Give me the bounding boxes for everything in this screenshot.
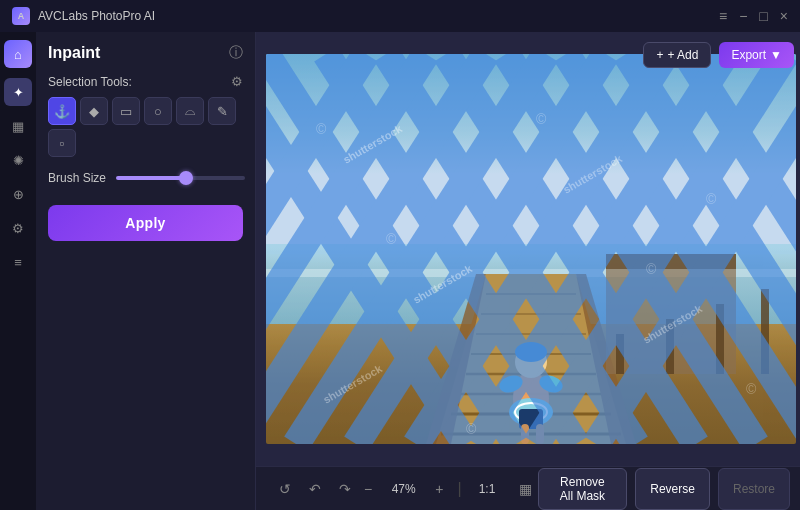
brush-size-row: Brush Size — [48, 171, 243, 185]
brush-size-slider[interactable] — [116, 176, 245, 180]
sidebar-item-crop[interactable]: ⊕ — [4, 180, 32, 208]
svg-text:©: © — [646, 261, 657, 277]
tool-panel: Inpaint ⓘ Selection Tools: ⚙ ⚓ ◆ ▭ ○ ⌓ ✎… — [36, 32, 256, 510]
canvas-topbar: + + Add Export ▼ — [643, 42, 794, 68]
scene-svg: shutterstock shutterstock shutterstock s… — [266, 54, 796, 444]
sidebar-item-tools[interactable]: ✦ — [4, 78, 32, 106]
zoom-separator: | — [457, 480, 461, 498]
app-title: AVCLabs PhotoPro AI — [38, 9, 155, 23]
tool-eraser[interactable]: ▫ — [48, 129, 76, 157]
bottom-toolbar: ↺ ↶ ↷ − 47% + | 1:1 ▦ Remove All Mask Re… — [256, 466, 800, 510]
image-container: shutterstock shutterstock shutterstock s… — [256, 32, 800, 466]
zoom-in-button[interactable]: + — [429, 478, 449, 500]
action-buttons: Remove All Mask Reverse Restore — [538, 468, 790, 510]
zoom-out-button[interactable]: − — [358, 478, 378, 500]
redo-button[interactable]: ↷ — [332, 477, 358, 501]
maximize-icon[interactable]: □ — [759, 9, 767, 23]
brush-size-label: Brush Size — [48, 171, 106, 185]
canvas-area: + + Add Export ▼ — [256, 32, 800, 510]
export-button[interactable]: Export ▼ — [719, 42, 794, 68]
svg-text:©: © — [536, 111, 547, 127]
beach-scene[interactable]: shutterstock shutterstock shutterstock s… — [266, 54, 796, 444]
fit-screen-button[interactable]: ▦ — [513, 478, 538, 500]
titlebar: A AVCLabs PhotoPro AI ≡ − □ × — [0, 0, 800, 32]
remove-all-mask-button[interactable]: Remove All Mask — [538, 468, 628, 510]
tool-magic-wand[interactable]: ⌓ — [176, 97, 204, 125]
image-wrapper: shutterstock shutterstock shutterstock s… — [266, 54, 796, 444]
plus-icon: + — [656, 48, 663, 62]
titlebar-controls[interactable]: ≡ − □ × — [719, 9, 788, 23]
apply-button[interactable]: Apply — [48, 205, 243, 241]
svg-text:©: © — [706, 191, 717, 207]
panel-header: Inpaint ⓘ — [48, 44, 243, 62]
icon-sidebar: ⌂ ✦ ▦ ✺ ⊕ ⚙ ≡ — [0, 32, 36, 510]
menu-icon[interactable]: ≡ — [719, 9, 727, 23]
sidebar-item-layers[interactable]: ▦ — [4, 112, 32, 140]
svg-text:©: © — [386, 231, 397, 247]
app-icon: A — [12, 7, 30, 25]
reverse-button[interactable]: Reverse — [635, 468, 710, 510]
gear-icon[interactable]: ⚙ — [231, 74, 243, 89]
restore-button[interactable]: Restore — [718, 468, 790, 510]
svg-text:©: © — [316, 121, 327, 137]
sidebar-item-effects[interactable]: ✺ — [4, 146, 32, 174]
panel-title: Inpaint — [48, 44, 100, 62]
sidebar-logo[interactable]: ⌂ — [4, 40, 32, 68]
titlebar-left: A AVCLabs PhotoPro AI — [12, 7, 155, 25]
minimize-icon[interactable]: − — [739, 9, 747, 23]
main-layout: ⌂ ✦ ▦ ✺ ⊕ ⚙ ≡ Inpaint ⓘ Selection Tools:… — [0, 32, 800, 510]
add-button[interactable]: + + Add — [643, 42, 711, 68]
zoom-controls: − 47% + | 1:1 ▦ — [358, 478, 538, 500]
svg-text:©: © — [466, 421, 477, 437]
sidebar-item-sliders[interactable]: ≡ — [4, 248, 32, 276]
zoom-1to1[interactable]: 1:1 — [470, 482, 505, 496]
reset-button[interactable]: ↺ — [272, 477, 298, 501]
selection-tools-label: Selection Tools: ⚙ — [48, 74, 243, 89]
undo-button[interactable]: ↶ — [302, 477, 328, 501]
selection-tools-row: ⚓ ◆ ▭ ○ ⌓ ✎ ▫ — [48, 97, 243, 157]
chevron-down-icon: ▼ — [770, 48, 782, 62]
info-icon[interactable]: ⓘ — [229, 44, 243, 62]
tool-rect[interactable]: ▭ — [112, 97, 140, 125]
tool-lasso[interactable]: ◆ — [80, 97, 108, 125]
tool-anchor[interactable]: ⚓ — [48, 97, 76, 125]
tool-ellipse[interactable]: ○ — [144, 97, 172, 125]
history-buttons: ↺ ↶ ↷ — [272, 477, 358, 501]
sidebar-item-adjust[interactable]: ⚙ — [4, 214, 32, 242]
close-icon[interactable]: × — [780, 9, 788, 23]
svg-text:©: © — [746, 381, 757, 397]
tool-brush[interactable]: ✎ — [208, 97, 236, 125]
zoom-value: 47% — [386, 482, 421, 496]
